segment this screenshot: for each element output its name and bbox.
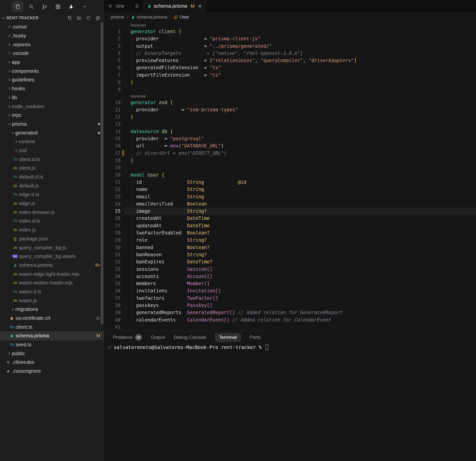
chevron-down-icon[interactable] xyxy=(79,1,90,12)
tree-item-prisma[interactable]: prisma xyxy=(0,120,104,129)
code-line-37[interactable]: 37 twofactors TwoFactor[] xyxy=(104,295,476,302)
tree-item-components[interactable]: components xyxy=(0,67,104,75)
code-line-17[interactable]: 17 // directUrl = env("DIRECT_URL") xyxy=(104,150,476,157)
code-line-27[interactable]: 27 updatedAt DateTime xyxy=(104,222,476,229)
codelens[interactable]: Generate xyxy=(104,93,476,99)
code-line-12[interactable]: 12} xyxy=(104,113,476,120)
tree-item-hooks[interactable]: hooks xyxy=(0,84,104,93)
tree-item-runtime[interactable]: runtime xyxy=(0,137,104,146)
source-control-icon[interactable] xyxy=(39,1,50,12)
tree-item-.cursor[interactable]: .cursor xyxy=(0,23,104,31)
tree-item-generated[interactable]: generated xyxy=(0,128,104,137)
tree-item-node_modules[interactable]: node_modules xyxy=(0,102,104,111)
code-line-19[interactable]: 19 xyxy=(104,164,476,171)
code-line-1[interactable]: 1generator client { xyxy=(104,28,476,35)
breadcrumb-User[interactable]: User xyxy=(174,15,189,20)
tree-item-wasm.d.ts[interactable]: TSwasm.d.ts xyxy=(0,287,104,296)
tree-item-client.js[interactable]: JSclient.js xyxy=(0,164,104,173)
tree-item-client.ts[interactable]: TSclient.ts xyxy=(0,323,104,331)
tree-item-.clinerules[interactable]: ≡.clinerules xyxy=(0,358,104,367)
tree-item-.husky[interactable]: .husky xyxy=(0,31,104,40)
code-editor[interactable]: Generate1generator client {2 provider = … xyxy=(104,22,476,331)
code-line-7[interactable]: 7 importFileExtension = "ts" xyxy=(104,71,476,79)
code-line-36[interactable]: 36 invitations Invitation[] xyxy=(104,287,476,294)
panel-tab-Ports[interactable]: Ports xyxy=(250,335,260,340)
code-line-11[interactable]: 11 provider = "zod-prisma-types" xyxy=(104,106,476,113)
code-line-20[interactable]: 20model User { xyxy=(104,171,476,179)
tree-item-public[interactable]: public xyxy=(0,349,104,358)
tree-item-.vscode[interactable]: .vscode xyxy=(0,49,104,58)
code-line-35[interactable]: 35 members Member[] xyxy=(104,280,476,287)
tree-item-schema.prisma[interactable]: schema.prisma9+ xyxy=(0,261,104,270)
terminal[interactable]: salvatorenoto@Salvatores-MacBook-Pro ren… xyxy=(104,345,476,350)
panel-tab-Debug Console[interactable]: Debug Console xyxy=(174,335,206,340)
panel-tab-Output[interactable]: Output xyxy=(151,335,165,340)
tree-item-edge.js[interactable]: JSedge.js xyxy=(0,199,104,208)
code-line-2[interactable]: 2 provider = "prisma-client-js" xyxy=(104,35,476,42)
extensions-icon[interactable] xyxy=(52,1,63,12)
tree-item-index.d.ts[interactable]: TSindex.d.ts xyxy=(0,217,104,226)
code-line-13[interactable]: 13 xyxy=(104,121,476,128)
tree-item-.repomix[interactable]: .repomix xyxy=(0,40,104,49)
code-line-3[interactable]: 3 output = "../prisma/generated/" xyxy=(104,43,476,50)
code-line-40[interactable]: 40 calendarEvents CalendarEvent[] // Add… xyxy=(104,316,476,323)
tree-item-app[interactable]: app xyxy=(0,58,104,67)
tree-item-edge.d.ts[interactable]: TSedge.d.ts xyxy=(0,190,104,199)
refresh-icon[interactable] xyxy=(86,16,91,21)
search-icon[interactable] xyxy=(26,1,37,12)
files-icon[interactable] xyxy=(12,1,23,12)
code-line-31[interactable]: 31 banReason String? xyxy=(104,251,476,258)
tree-item-query_compiler_bg.js[interactable]: JSquery_compiler_bg.js xyxy=(0,243,104,252)
tree-item-package.json[interactable]: {}package.json xyxy=(0,234,104,243)
panel-tab-Problems[interactable]: Problems28 xyxy=(113,334,142,341)
new-folder-icon[interactable] xyxy=(76,16,81,21)
tree-item-lib[interactable]: lib xyxy=(0,93,104,102)
sidebar-scrollbar[interactable] xyxy=(101,23,103,324)
code-line-22[interactable]: 22 name String xyxy=(104,186,476,193)
prisma-logo-icon[interactable] xyxy=(66,1,77,12)
code-line-34[interactable]: 34 accounts Account[] xyxy=(104,273,476,280)
tree-item-index-browser.js[interactable]: JSindex-browser.js xyxy=(0,208,104,217)
code-line-21[interactable]: 21 id String @id xyxy=(104,179,476,186)
tree-item-wasm-worker-loader.mjs[interactable]: JSwasm-worker-loader.mjs xyxy=(0,278,104,287)
tab-schema.prisma[interactable]: schema.prismaM× xyxy=(143,0,206,12)
code-line-9[interactable]: 9 xyxy=(104,86,476,93)
new-file-icon[interactable] xyxy=(67,16,72,21)
code-line-41[interactable]: 41 xyxy=(104,323,476,331)
tree-item-schema.prisma[interactable]: schema.prismaM xyxy=(0,331,104,340)
code-line-28[interactable]: 28 twoFactorEnabled Boolean? xyxy=(104,229,476,236)
code-line-6[interactable]: 6 generatedFileExtension = "ts" xyxy=(104,64,476,71)
code-line-8[interactable]: 8} xyxy=(104,79,476,86)
tree-item-wasm.js[interactable]: JSwasm.js xyxy=(0,296,104,305)
code-line-24[interactable]: 24 emailVerified Boolean xyxy=(104,200,476,207)
tree-item-guidelines[interactable]: guidelines xyxy=(0,75,104,84)
code-line-25[interactable]: 25 image String? xyxy=(104,207,476,215)
tree-item-client.d.ts[interactable]: TSclient.d.ts xyxy=(0,155,104,164)
code-line-32[interactable]: 32 banExpires DateTime? xyxy=(104,258,476,265)
tree-item-zod[interactable]: zod xyxy=(0,146,104,155)
collapse-all-icon[interactable] xyxy=(95,16,100,21)
tree-item-default.js[interactable]: JSdefault.js xyxy=(0,181,104,190)
code-line-23[interactable]: 23 email String xyxy=(104,193,476,200)
code-line-16[interactable]: 16 url = env("DATABASE_URL") xyxy=(104,142,476,149)
tree-item-seed.ts[interactable]: TSseed.ts xyxy=(0,340,104,349)
code-line-5[interactable]: 5 previewFeatures = ["relationJoins", "q… xyxy=(104,57,476,64)
tree-item-index.js[interactable]: JSindex.js xyxy=(0,226,104,234)
tab-.env[interactable]: .env xyxy=(104,0,143,12)
code-line-30[interactable]: 30 banned Boolean? xyxy=(104,244,476,251)
close-icon[interactable]: × xyxy=(198,3,201,9)
code-line-15[interactable]: 15 provider = "postgresql" xyxy=(104,135,476,142)
tree-item-.cursorignore[interactable]: ◆.cursorignore xyxy=(0,367,104,376)
code-line-38[interactable]: 38 passkeys Passkey[] xyxy=(104,302,476,309)
tree-item-default.d.ts[interactable]: TSdefault.d.ts xyxy=(0,173,104,182)
tree-item-migrations[interactable]: migrations xyxy=(0,305,104,314)
code-line-33[interactable]: 33 sessions Session[] xyxy=(104,266,476,273)
tree-item-query_compiler_bg.wasm[interactable]: WAquery_compiler_bg.wasm xyxy=(0,252,104,261)
code-line-10[interactable]: 10generator zod { xyxy=(104,99,476,106)
panel-tab-Terminal[interactable]: Terminal xyxy=(215,333,241,342)
code-line-39[interactable]: 39 generatedReports GeneratedReport[] //… xyxy=(104,309,476,316)
code-line-26[interactable]: 26 createdAt DateTime xyxy=(104,215,476,222)
tree-item-wasm-edge-light-loader.mjs[interactable]: JSwasm-edge-light-loader.mjs xyxy=(0,270,104,278)
code-line-14[interactable]: 14datasource db { xyxy=(104,128,476,135)
code-line-4[interactable]: 4 // binaryTargets = ["native", "rhel-op… xyxy=(104,50,476,57)
